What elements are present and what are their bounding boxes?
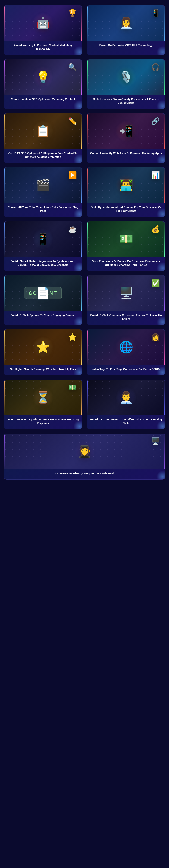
right-bar-card-8 bbox=[164, 167, 165, 203]
left-bar-card-5 bbox=[4, 114, 5, 149]
right-bar-card-4 bbox=[164, 59, 165, 95]
image-canvas-card-2: 📱👩‍💼 bbox=[87, 5, 165, 41]
right-bar-card-9 bbox=[81, 221, 82, 257]
card-2: 📱👩‍💼Based On Futuristic GPT- NLP Technol… bbox=[87, 5, 166, 55]
main-icon-card-1: 🤖 bbox=[36, 17, 50, 30]
image-canvas-card-7: ▶️🎬 bbox=[4, 167, 82, 203]
left-bar-card-17 bbox=[4, 434, 5, 469]
main-icon-card-13: ⭐ bbox=[36, 340, 50, 354]
extra-icon-card-9: ☕ bbox=[68, 225, 77, 233]
image-canvas-card-12: ✅🖥️ bbox=[87, 275, 165, 311]
card-label-card-12: Built-In 1 Click Grammar Correction Feat… bbox=[87, 311, 165, 321]
card-6: 🔗📲Connect Instantly With Tons Of Premium… bbox=[87, 113, 166, 163]
right-bar-card-2 bbox=[164, 5, 165, 41]
card-8: 📊👨‍💻Build Hyper-Personalized Content For… bbox=[87, 167, 166, 217]
extra-icon-card-8: 📊 bbox=[151, 171, 160, 179]
card-label-card-16: Get Higher Traction For Your Offers With… bbox=[87, 415, 165, 426]
card-label-card-2: Based On Futuristic GPT- NLP Technology bbox=[96, 41, 156, 48]
left-bar-card-2 bbox=[87, 5, 88, 41]
card-3: 🔍💡Create Limitless SEO Optimized Marketi… bbox=[3, 59, 82, 109]
left-bar-card-11 bbox=[4, 275, 5, 311]
main-icon-card-3: 💡 bbox=[36, 70, 50, 84]
card-image-card-8: 📊👨‍💻 bbox=[87, 167, 165, 203]
image-canvas-card-6: 🔗📲 bbox=[87, 114, 165, 149]
right-bar-card-11 bbox=[81, 275, 82, 311]
card-label-card-9: Built-In Social Media Integrations To Sy… bbox=[4, 257, 82, 267]
image-canvas-card-11: CONTENT📄 bbox=[4, 275, 82, 311]
left-bar-card-13 bbox=[4, 330, 5, 365]
card-12: ✅🖥️Built-In 1 Click Grammar Correction F… bbox=[87, 275, 166, 325]
right-bar-card-1 bbox=[81, 5, 82, 41]
card-10: 💰💵Save Thousands Of Dollars On Expensive… bbox=[87, 221, 166, 271]
card-image-card-16: 👨‍💼 bbox=[87, 380, 165, 415]
image-canvas-card-15: 💵⏳ bbox=[4, 380, 82, 415]
extra-icon-card-2: 📱 bbox=[151, 9, 160, 17]
card-7: ▶️🎬Convert ANY YouTube Video Into a Full… bbox=[3, 167, 82, 217]
extra-icon-card-6: 🔗 bbox=[151, 117, 160, 125]
card-15: 💵⏳Save Time & Money With & Use It For Bu… bbox=[3, 379, 82, 429]
image-canvas-card-8: 📊👨‍💻 bbox=[87, 167, 165, 203]
card-label-card-4: Build Limitless Studio Quality Podcasts … bbox=[87, 95, 165, 105]
card-16: 👨‍💼Get Higher Traction For Your Offers W… bbox=[87, 379, 166, 429]
card-image-card-13: ⭐⭐ bbox=[4, 330, 82, 365]
left-bar-card-15 bbox=[4, 380, 5, 415]
card-label-card-17: 100% Newbie Friendly, Easy To Use Dashbo… bbox=[52, 469, 117, 476]
extra-icon-card-14: 👩 bbox=[151, 333, 160, 341]
main-icon-card-17: 👩‍🎓 bbox=[78, 445, 92, 458]
card-image-card-15: 💵⏳ bbox=[4, 380, 82, 415]
main-icon-card-5: 📋 bbox=[36, 124, 50, 138]
right-bar-card-12 bbox=[164, 275, 165, 311]
image-canvas-card-14: 👩🌐 bbox=[87, 330, 165, 365]
left-bar-card-14 bbox=[87, 330, 88, 365]
right-bar-card-10 bbox=[164, 221, 165, 257]
main-icon-card-2: 👩‍💼 bbox=[119, 17, 133, 30]
card-label-card-6: Connect Instantly With Tons Of Premium M… bbox=[87, 149, 165, 156]
left-bar-card-12 bbox=[87, 275, 88, 311]
right-bar-card-3 bbox=[81, 59, 82, 95]
left-bar-card-7 bbox=[4, 167, 5, 203]
card-4: 🎧🎙️Build Limitless Studio Quality Podcas… bbox=[87, 59, 166, 109]
main-icon-card-14: 🌐 bbox=[119, 340, 133, 354]
card-label-card-5: Get 100% SEO Optimized & Plagiarism Free… bbox=[4, 149, 82, 159]
right-bar-card-17 bbox=[164, 434, 165, 469]
card-14: 👩🌐Video Tags To Post Tags Conversion For… bbox=[87, 329, 166, 375]
card-image-card-3: 🔍💡 bbox=[4, 59, 82, 95]
card-image-card-7: ▶️🎬 bbox=[4, 167, 82, 203]
image-canvas-card-3: 🔍💡 bbox=[4, 59, 82, 95]
card-label-card-13: Get Higher Search Rankings With Zero Mon… bbox=[7, 365, 79, 372]
card-label-card-10: Save Thousands Of Dollars On Expensive F… bbox=[87, 257, 165, 267]
card-label-card-7: Convert ANY YouTube Video Into a Fully F… bbox=[4, 203, 82, 213]
right-bar-card-13 bbox=[81, 330, 82, 365]
card-1: 🏆🤖Award Winning AI Powered Content Marke… bbox=[3, 5, 82, 55]
right-bar-card-16 bbox=[164, 380, 165, 415]
left-bar-card-8 bbox=[87, 167, 88, 203]
image-canvas-card-13: ⭐⭐ bbox=[4, 330, 82, 365]
image-canvas-card-10: 💰💵 bbox=[87, 221, 165, 257]
left-bar-card-4 bbox=[87, 59, 88, 95]
card-image-card-2: 📱👩‍💼 bbox=[87, 5, 165, 41]
extra-icon-card-3: 🔍 bbox=[68, 63, 77, 71]
main-icon-card-7: 🎬 bbox=[36, 178, 50, 192]
main-icon-card-12: 🖥️ bbox=[119, 286, 133, 300]
card-label-card-11: Built-In 1 Click Spinner To Create Engag… bbox=[7, 311, 79, 318]
card-image-card-12: ✅🖥️ bbox=[87, 275, 165, 311]
left-bar-card-1 bbox=[4, 5, 5, 41]
right-bar-card-6 bbox=[164, 114, 165, 149]
extra-icon-card-15: 💵 bbox=[68, 383, 77, 392]
left-bar-card-6 bbox=[87, 114, 88, 149]
card-13: ⭐⭐Get Higher Search Rankings With Zero M… bbox=[3, 329, 82, 375]
image-canvas-card-5: ✏️📋 bbox=[4, 114, 82, 149]
card-image-card-17: 🖥️👩‍🎓 bbox=[4, 434, 165, 469]
card-17: 🖥️👩‍🎓100% Newbie Friendly, Easy To Use D… bbox=[3, 434, 166, 479]
features-grid: 🏆🤖Award Winning AI Powered Content Marke… bbox=[0, 0, 169, 485]
card-label-card-15: Save Time & Money With & Use It For Busi… bbox=[4, 415, 82, 426]
left-bar-card-10 bbox=[87, 221, 88, 257]
left-bar-card-3 bbox=[4, 59, 5, 95]
main-icon-card-10: 💵 bbox=[119, 232, 133, 246]
left-bar-card-9 bbox=[4, 221, 5, 257]
card-9: ☕📱Built-In Social Media Integrations To … bbox=[3, 221, 82, 271]
card-label-card-14: Video Tags To Post Tags Conversion For B… bbox=[89, 365, 164, 372]
main-icon-card-11: 📄 bbox=[36, 286, 50, 300]
card-image-card-5: ✏️📋 bbox=[4, 114, 82, 149]
card-label-card-1: Award Winning AI Powered Content Marketi… bbox=[4, 41, 82, 51]
